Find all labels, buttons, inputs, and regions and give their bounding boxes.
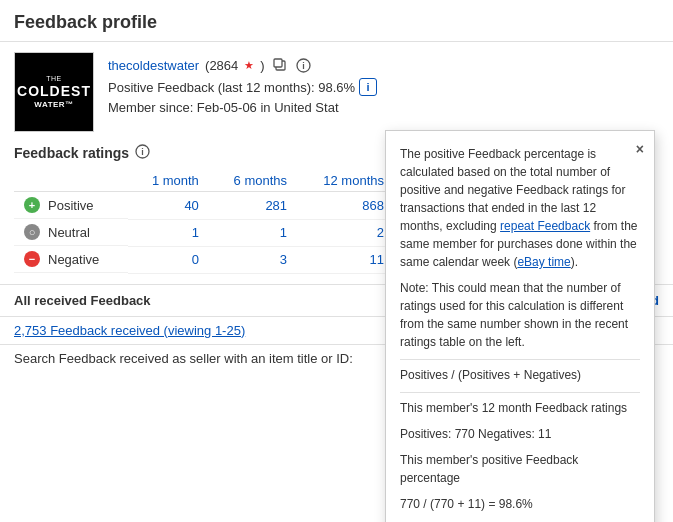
username-link[interactable]: thecoldestwater — [108, 58, 199, 73]
copy-icon[interactable] — [271, 56, 289, 74]
row-m1-neutral: 1 — [128, 219, 208, 246]
tooltip-p1: The positive Feedback percentage is calc… — [400, 145, 640, 271]
tooltip-close-button[interactable]: × — [636, 139, 644, 160]
feedback-score: (2864 — [205, 58, 238, 73]
row-m1-negative: 0 — [128, 246, 208, 273]
row-type-neutral: ○ Neutral — [14, 219, 128, 246]
profile-info-icon[interactable]: i — [295, 56, 313, 74]
row-m6-positive: 281 — [209, 192, 297, 220]
tooltip-p4: Positives: 770 Negatives: 11 — [400, 425, 640, 443]
avatar-the: THE — [17, 75, 91, 83]
row-m6-negative: 3 — [209, 246, 297, 273]
all-feedback-label: All received Feedback — [14, 293, 151, 308]
username-line: thecoldestwater (2864 ★ ) i — [108, 56, 377, 74]
page-title: Feedback profile — [0, 0, 673, 42]
repeat-feedback-link[interactable]: repeat Feedback — [500, 219, 590, 233]
star-icon: ★ — [244, 59, 254, 72]
avatar-water: WATER™ — [17, 100, 91, 110]
row-m12-neutral: 2 — [297, 219, 394, 246]
svg-text:i: i — [302, 61, 305, 71]
tooltip-p3: This member's 12 month Feedback ratings — [400, 399, 640, 417]
table-row: ○ Neutral 1 1 2 — [14, 219, 394, 246]
table-row: + Positive 40 281 868 — [14, 192, 394, 220]
row-type-positive: + Positive — [14, 192, 128, 219]
svg-text:i: i — [141, 147, 144, 157]
ratings-info-icon[interactable]: i — [135, 144, 150, 162]
svg-rect-1 — [274, 59, 282, 67]
ebay-time-link[interactable]: eBay time — [517, 255, 570, 269]
member-since: Member since: Feb-05-06 in United Stat — [108, 100, 377, 115]
positive-info-button[interactable]: i — [359, 78, 377, 96]
positive-feedback-line: Positive Feedback (last 12 months): 98.6… — [108, 78, 377, 96]
row-m6-neutral: 1 — [209, 219, 297, 246]
col-header-6months: 6 months — [209, 170, 297, 192]
row-type-negative: − Negative — [14, 246, 128, 273]
tooltip-p2: Note: This could mean that the number of… — [400, 279, 640, 351]
row-m1-positive: 40 — [128, 192, 208, 220]
col-header-1month: 1 month — [128, 170, 208, 192]
avatar: THE COLDEST WATER™ — [14, 52, 94, 132]
avatar-coldest: COLDEST — [17, 83, 91, 100]
row-m12-positive: 868 — [297, 192, 394, 220]
ratings-table: 1 month 6 months 12 months + Positive 40… — [14, 170, 394, 274]
row-m12-negative: 11 — [297, 246, 394, 273]
tooltip-formula: Positives / (Positives + Negatives) — [400, 366, 640, 384]
dot-positive: + — [24, 197, 40, 213]
tooltip-p6: 770 / (770 + 11) = 98.6% — [400, 495, 640, 513]
tooltip-p5: This member's positive Feedback percenta… — [400, 451, 640, 487]
col-header-type — [14, 170, 128, 192]
positive-feedback-text: Positive Feedback (last 12 months): 98.6… — [108, 80, 355, 95]
dot-neutral: ○ — [24, 224, 40, 240]
search-label: Search Feedback received as seller with … — [14, 351, 353, 366]
dot-negative: − — [24, 251, 40, 267]
profile-info: thecoldestwater (2864 ★ ) i Positive Fee… — [108, 52, 377, 115]
col-header-12months: 12 months — [297, 170, 394, 192]
tooltip-popup: × The positive Feedback percentage is ca… — [385, 130, 655, 522]
table-row: − Negative 0 3 11 — [14, 246, 394, 273]
